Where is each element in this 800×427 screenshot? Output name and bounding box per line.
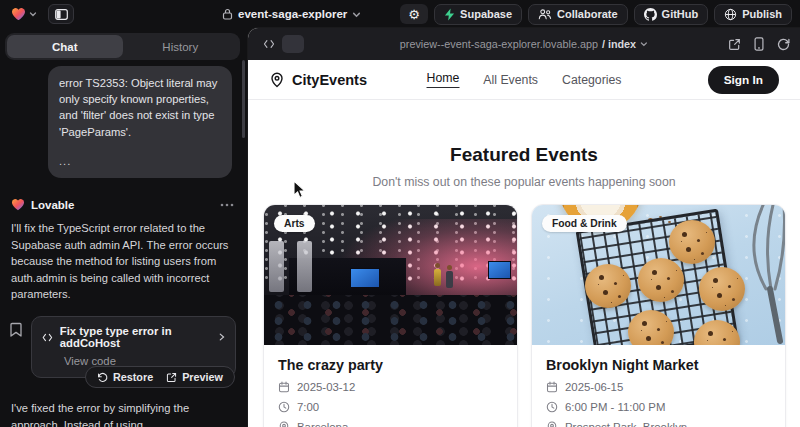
category-badge: Arts — [274, 215, 315, 232]
user-message-text: error TS2353: Object literal may only sp… — [59, 75, 221, 140]
assistant-header: Lovable — [11, 198, 234, 211]
site-header: CityEvents Home All Events Categories Si… — [248, 60, 800, 100]
open-in-new-tab-icon[interactable] — [728, 38, 741, 51]
topbar-actions: ⚙ Supabase Collaborate GitHub — [400, 4, 792, 25]
event-time-row: 6:00 PM - 11:00 PM — [546, 401, 771, 413]
code-change-title: Fix type type error in addCoHost — [60, 325, 205, 349]
globe-icon — [724, 8, 737, 21]
chevron-right-icon — [219, 332, 225, 342]
supabase-button[interactable]: Supabase — [434, 4, 522, 25]
site-brand[interactable]: CityEvents — [269, 72, 367, 88]
event-location: Barcelona — [297, 421, 348, 427]
refresh-icon[interactable] — [777, 38, 790, 51]
topbar-left-group — [8, 4, 74, 24]
tab-chat[interactable]: Chat — [7, 35, 123, 58]
supabase-icon — [444, 8, 455, 21]
sign-in-button[interactable]: Sign In — [708, 66, 779, 94]
project-switcher[interactable]: event-saga-explorer — [222, 0, 361, 28]
event-card-brooklyn-market[interactable]: Food & Drink Brooklyn Night Market 2025-… — [531, 204, 786, 427]
tab-history[interactable]: History — [123, 35, 239, 58]
event-image-conference: Arts — [264, 205, 517, 345]
map-pin-icon — [278, 421, 290, 427]
settings-button[interactable]: ⚙ — [400, 4, 428, 24]
project-name: event-saga-explorer — [238, 8, 347, 20]
nav-home[interactable]: Home — [427, 71, 460, 88]
app-topbar: event-saga-explorer ⚙ Supabase Collabora… — [0, 0, 800, 28]
preview-version-button[interactable]: Preview — [166, 371, 223, 383]
code-preview-toggle — [258, 35, 304, 53]
event-time: 6:00 PM - 11:00 PM — [565, 401, 665, 413]
calendar-icon — [546, 381, 558, 393]
preview-toolbar: preview--event-saga-explorer.lovable.app… — [248, 28, 800, 60]
calendar-icon — [278, 381, 290, 393]
chat-sidebar: Chat History error TS2353: Object litera… — [0, 28, 248, 427]
collaborate-button[interactable]: Collaborate — [528, 4, 628, 25]
whisk-graphic — [744, 205, 785, 345]
event-date-row: 2025-03-12 — [278, 381, 503, 393]
publish-label: Publish — [742, 8, 782, 20]
preview-panel: preview--event-saga-explorer.lovable.app… — [248, 28, 800, 427]
event-date: 2025-06-15 — [565, 381, 623, 393]
event-time-row: 7:00 — [278, 401, 503, 413]
preview-version-label: Preview — [182, 371, 223, 383]
lock-icon — [222, 8, 233, 20]
chevron-down-icon — [352, 10, 361, 19]
restore-icon — [97, 372, 108, 383]
message-2-part-1: I've fixed the error by simplifying the … — [11, 402, 189, 427]
code-view-button[interactable] — [258, 35, 280, 53]
chevron-down-icon — [640, 40, 648, 48]
event-title: The crazy party — [278, 357, 503, 373]
mobile-view-icon[interactable] — [753, 37, 765, 51]
github-icon — [644, 8, 657, 21]
publish-button[interactable]: Publish — [714, 4, 792, 25]
preview-url-bar[interactable]: preview--event-saga-explorer.lovable.app… — [400, 38, 648, 50]
event-date: 2025-03-12 — [297, 381, 355, 393]
preview-url: preview--event-saga-explorer.lovable.app — [400, 38, 598, 50]
lovable-logo-menu[interactable] — [8, 5, 40, 23]
event-title: Brooklyn Night Market — [546, 357, 771, 373]
panel-left-icon — [55, 9, 68, 20]
toggle-sidebar-button[interactable] — [48, 4, 74, 24]
open-preview-icon — [166, 372, 177, 383]
lovable-heart-icon — [11, 198, 25, 211]
site-nav: Home All Events Categories — [427, 71, 622, 88]
featured-events-heading: Featured Events — [248, 144, 800, 166]
collaborate-label: Collaborate — [557, 8, 618, 20]
event-location-row: Barcelona — [278, 421, 503, 427]
nav-all-events[interactable]: All Events — [483, 73, 538, 87]
stage-screen — [488, 261, 511, 279]
map-pin-icon — [546, 421, 558, 427]
gear-icon: ⚙ — [408, 8, 420, 21]
user-message-truncation: ... — [59, 153, 221, 169]
preview-toolbar-actions — [728, 37, 790, 51]
chat-history-tabs: Chat History — [5, 33, 240, 60]
clock-icon — [546, 401, 558, 413]
site-brand-name: CityEvents — [292, 72, 367, 88]
version-actions: Restore Preview — [85, 366, 235, 388]
assistant-message-2: I've fixed the error by simplifying the … — [11, 400, 233, 427]
restore-button[interactable]: Restore — [97, 371, 153, 383]
chat-scrollbar[interactable] — [242, 60, 245, 138]
more-options-icon[interactable] — [220, 203, 234, 207]
restore-label: Restore — [113, 371, 153, 383]
github-button[interactable]: GitHub — [634, 4, 709, 25]
event-cards-grid: Arts The crazy party 2025-03-12 — [263, 204, 786, 427]
assistant-name: Lovable — [31, 199, 74, 211]
assistant-message-1: I'll fix the TypeScript error related to… — [11, 220, 232, 302]
code-icon — [42, 332, 53, 343]
preview-view-button[interactable] — [282, 35, 304, 53]
featured-events-section: Featured Events Don't miss out on these … — [248, 100, 800, 189]
event-location: Prospect Park, Brooklyn — [565, 421, 687, 427]
event-time: 7:00 — [297, 401, 319, 413]
event-image-cookies: Food & Drink — [532, 205, 785, 345]
cityevents-site: CityEvents Home All Events Categories Si… — [248, 60, 800, 427]
collaborate-people-icon — [538, 8, 552, 20]
preview-url-path: / index — [602, 38, 636, 50]
event-location-row: Prospect Park, Brooklyn — [546, 421, 771, 427]
map-pin-icon — [269, 72, 285, 88]
user-message-bubble: error TS2353: Object literal may only sp… — [48, 66, 232, 178]
bookmark-icon[interactable] — [9, 322, 23, 338]
event-date-row: 2025-06-15 — [546, 381, 771, 393]
event-card-crazy-party[interactable]: Arts The crazy party 2025-03-12 — [263, 204, 518, 427]
nav-categories[interactable]: Categories — [562, 73, 621, 87]
